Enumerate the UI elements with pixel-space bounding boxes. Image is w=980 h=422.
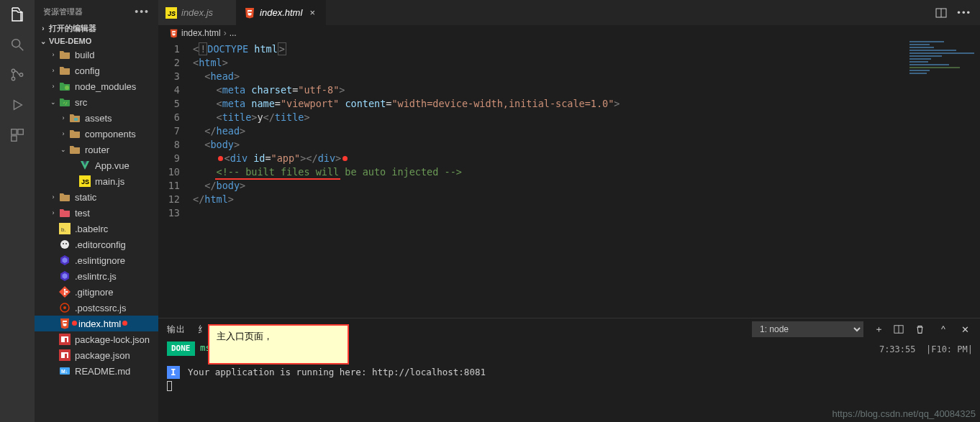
split-editor-icon[interactable] [935,7,947,19]
folder-node_modules[interactable]: ›node_modules [35,78,158,94]
js-icon: JS [165,7,177,19]
file-README.md[interactable]: M↓README.md [35,363,158,379]
vue-icon [79,160,91,171]
svg-point-4 [19,73,22,76]
new-terminal-icon[interactable]: ＋ [872,324,885,336]
file-main.js[interactable]: JSmain.js [35,173,158,189]
svg-rect-27 [65,354,67,358]
assets-icon [69,112,81,124]
svg-point-16 [65,243,67,244]
file-.gitignore[interactable]: .gitignore [35,284,158,300]
file-package.json[interactable]: package.json [35,347,158,363]
svg-point-21 [63,306,66,309]
more-actions-icon[interactable]: ••• [957,7,971,18]
tab-bar: JSindex.jsindex.html× ••• [158,0,980,25]
more-icon[interactable]: ••• [135,6,150,17]
file-.editorconfig[interactable]: .editorconfig [35,237,158,252]
search-icon[interactable] [9,36,26,53]
nodefolder-icon [59,81,71,92]
svg-point-15 [63,243,64,244]
file-.babelrc[interactable]: b..babelrc [35,221,158,237]
tab-index.js[interactable]: JSindex.js [158,0,237,25]
git-icon [59,286,71,298]
tab-index.html[interactable]: index.html× [237,0,326,25]
svg-point-14 [60,240,69,249]
debug-icon[interactable] [9,96,26,114]
folder-src[interactable]: ⌄src [35,94,158,110]
folder-icon [69,128,81,139]
svg-point-3 [12,77,14,80]
md-icon: M↓ [59,365,71,377]
maximize-panel-icon[interactable]: ^ [937,324,950,334]
source-control-icon[interactable] [9,66,26,83]
svg-text:JS: JS [81,178,89,185]
folder-icon [69,144,81,155]
trash-icon[interactable] [915,325,928,334]
eslint-icon [59,254,71,266]
folder-router[interactable]: ⌄router [35,142,158,157]
activity-bar [0,0,35,422]
folder-components[interactable]: ›components [35,126,158,142]
folder-build[interactable]: ›build [35,47,158,63]
close-tab-icon[interactable]: × [307,7,318,18]
html-icon [59,318,71,329]
postcss-icon [59,302,71,313]
svg-rect-5 [12,129,17,134]
done-badge: DONE [167,341,195,356]
file-package-lock.json[interactable]: package-lock.json [35,331,158,347]
svg-text:b.: b. [61,226,66,233]
project-section[interactable]: ⌄VUE-DEMO [35,35,158,47]
svg-line-1 [19,47,24,51]
annotation-tooltip: 主入口页面， [208,324,349,364]
eslint-icon [59,270,71,282]
file-.eslintignore[interactable]: .eslintignore [35,252,158,268]
terminal-selector[interactable]: 1: node [752,321,863,337]
panel-tab-2[interactable]: 纟 [198,324,207,336]
svg-point-2 [12,69,14,72]
folder-assets[interactable]: ›assets [35,110,158,126]
file-.postcssrc.js[interactable]: .postcssrc.js [35,300,158,316]
folder-config[interactable]: ›config [35,63,158,78]
svg-point-0 [12,40,20,47]
svg-rect-6 [18,129,23,134]
svg-rect-24 [65,338,67,342]
minimap[interactable] [905,41,977,84]
open-editors-section[interactable]: ›打开的编辑器 [35,22,158,35]
file-.eslintrc.js[interactable]: .eslintrc.js [35,268,158,284]
explorer-title: 资源管理器 [43,6,83,17]
breadcrumb[interactable]: index.html › ... [158,25,980,41]
watermark: https://blog.csdn.net/qq_40084325 [832,408,976,419]
editorcfg-icon [59,239,71,250]
split-terminal-icon[interactable] [894,324,907,334]
folder-icon [59,49,71,60]
folder-icon [59,65,71,76]
panel-tab-output[interactable]: 输出 [167,324,185,336]
svg-rect-9 [74,118,78,121]
extensions-icon[interactable] [9,127,26,144]
html-icon [244,7,255,19]
folder-static[interactable]: ›static [35,189,158,205]
explorer-icon[interactable] [9,6,26,23]
srcfolder-icon [59,96,71,108]
file-App.vue[interactable]: App.vue [35,157,158,173]
info-badge: I [167,366,180,379]
explorer-sidebar: 资源管理器 ••• ›打开的编辑器 ⌄VUE-DEMO ›build›confi… [35,0,158,422]
close-panel-icon[interactable]: ✕ [958,324,971,335]
testfolder-icon [59,207,71,219]
folder-icon [59,191,71,203]
svg-point-8 [65,86,69,90]
svg-rect-7 [12,136,17,141]
babel-icon: b. [59,223,71,234]
npm-icon [59,349,71,361]
code-editor[interactable]: 12345678910111213 <!DOCTYPE html><html> … [158,41,980,318]
svg-text:M↓: M↓ [61,369,68,374]
svg-text:JS: JS [168,10,176,17]
file-index.html[interactable]: index.html [35,316,158,331]
html-icon [168,28,178,38]
tab-actions: ••• [935,0,980,25]
terminal-cursor [167,381,172,391]
folder-test[interactable]: ›test [35,205,158,221]
npm-icon [59,334,71,345]
panel-status: 7:33:55 |F10: PM| [879,343,973,356]
js-icon: JS [79,175,91,187]
